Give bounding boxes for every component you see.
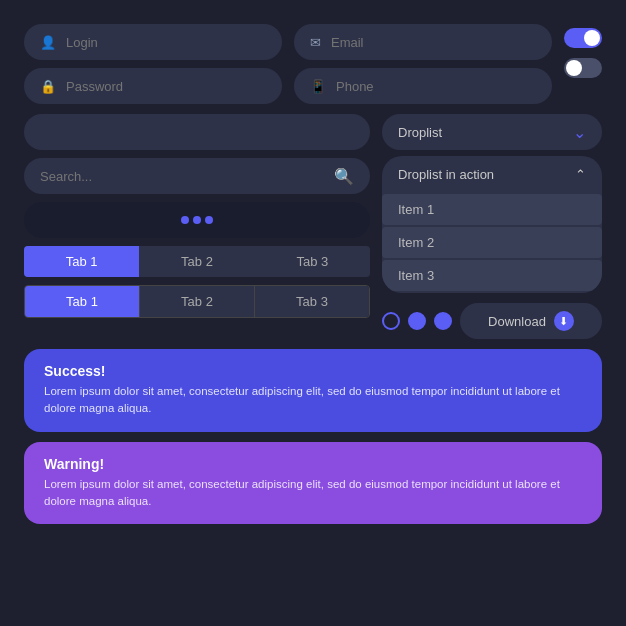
tab2-item1[interactable]: Tab 1	[25, 286, 140, 317]
download-row: Download ⬇	[382, 303, 602, 339]
radio-1[interactable]	[382, 312, 400, 330]
middle-section: 🔍 Tab 1 Tab 2 Tab 3 Tab 1 Tab 2 Tab 3 Dr…	[24, 114, 602, 339]
droplist-item-3[interactable]: Item 3	[382, 260, 602, 291]
phone-field[interactable]: 📱	[294, 68, 552, 104]
tabs-row-1: Tab 1 Tab 2 Tab 3	[24, 246, 370, 277]
user-icon: 👤	[40, 35, 56, 50]
phone-icon: 📱	[310, 79, 326, 94]
radio-2[interactable]	[408, 312, 426, 330]
search-icon: 🔍	[334, 167, 354, 186]
chevron-up-icon: ⌃	[575, 167, 586, 182]
text-bar	[24, 114, 370, 150]
toggle-2-knob	[566, 60, 582, 76]
password-field[interactable]: 🔒	[24, 68, 282, 104]
download-label: Download	[488, 314, 546, 329]
warning-body: Lorem ipsum dolor sit amet, consectetur …	[44, 476, 582, 511]
warning-title: Warning!	[44, 456, 582, 472]
email-icon: ✉	[310, 35, 321, 50]
toggle-1[interactable]	[564, 28, 602, 48]
right-inputs: ✉ 📱	[294, 24, 552, 104]
droplist-open-label: Droplist in action	[398, 167, 494, 182]
tab1-item1[interactable]: Tab 1	[24, 246, 139, 277]
right-panel: Droplist ⌄ Droplist in action ⌃ Item 1 I…	[382, 114, 602, 339]
tab2-item3[interactable]: Tab 3	[255, 286, 369, 317]
tab1-item3[interactable]: Tab 3	[255, 246, 370, 277]
login-input[interactable]	[66, 35, 266, 50]
email-field[interactable]: ✉	[294, 24, 552, 60]
login-field[interactable]: 👤	[24, 24, 282, 60]
droplist-item-2[interactable]: Item 2	[382, 227, 602, 258]
droplist-open-header[interactable]: Droplist in action ⌃	[382, 156, 602, 192]
droplist-button[interactable]: Droplist ⌄	[382, 114, 602, 150]
toggle-1-knob	[584, 30, 600, 46]
left-panel: 🔍 Tab 1 Tab 2 Tab 3 Tab 1 Tab 2 Tab 3	[24, 114, 370, 339]
dot-3	[205, 216, 213, 224]
email-input[interactable]	[331, 35, 536, 50]
droplist-item-1[interactable]: Item 1	[382, 194, 602, 225]
success-title: Success!	[44, 363, 582, 379]
dot-1	[181, 216, 189, 224]
warning-alert: Warning! Lorem ipsum dolor sit amet, con…	[24, 442, 602, 525]
success-alert: Success! Lorem ipsum dolor sit amet, con…	[24, 349, 602, 432]
phone-input[interactable]	[336, 79, 536, 94]
tab1-item2[interactable]: Tab 2	[139, 246, 254, 277]
download-button[interactable]: Download ⬇	[460, 303, 602, 339]
tab2-item2[interactable]: Tab 2	[140, 286, 255, 317]
inputs-section: 👤 🔒 ✉ 📱	[24, 24, 602, 104]
left-inputs: 👤 🔒	[24, 24, 282, 104]
search-input[interactable]	[40, 169, 326, 184]
chevron-down-icon: ⌄	[573, 123, 586, 142]
download-icon: ⬇	[554, 311, 574, 331]
lock-icon: 🔒	[40, 79, 56, 94]
droplist-open: Droplist in action ⌃ Item 1 Item 2 Item …	[382, 156, 602, 293]
tabs-row-2: Tab 1 Tab 2 Tab 3	[24, 285, 370, 318]
toggles-column	[564, 24, 602, 78]
droplist-label: Droplist	[398, 125, 442, 140]
dot-2	[193, 216, 201, 224]
toggle-2[interactable]	[564, 58, 602, 78]
radio-3[interactable]	[434, 312, 452, 330]
search-bar[interactable]: 🔍	[24, 158, 370, 194]
dots-bar[interactable]	[24, 202, 370, 238]
success-body: Lorem ipsum dolor sit amet, consectetur …	[44, 383, 582, 418]
password-input[interactable]	[66, 79, 266, 94]
